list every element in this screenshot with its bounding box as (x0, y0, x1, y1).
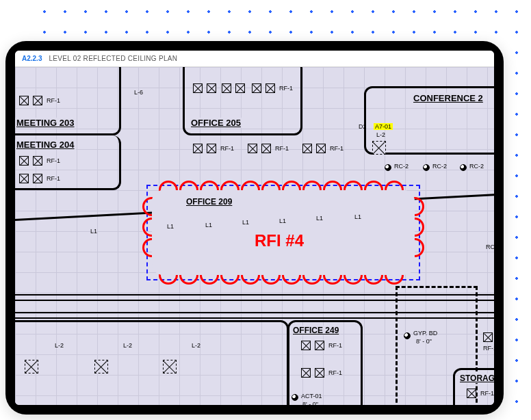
label-l1: L1 (90, 228, 97, 235)
label-l2: L-2 (192, 342, 200, 349)
fixture-box (19, 156, 29, 166)
label-l1: L1 (279, 218, 286, 224)
label-l1: L1 (205, 222, 212, 228)
rfi-label[interactable]: RFI #4 (255, 231, 304, 250)
room-label-storage: STORAG (458, 373, 494, 383)
light (292, 394, 298, 401)
label-l1: L1 (242, 219, 249, 226)
fixture-box (207, 144, 216, 153)
fixture-box (261, 144, 271, 153)
tablet-screen: A2.2.3 LEVEL 02 REFLECTED CEILING PLAN M… (15, 51, 494, 405)
callout-a7-01: A7-01 (374, 123, 393, 130)
fixture-box (302, 144, 312, 153)
label-rf1: RF-1 (480, 390, 494, 397)
fixture-box (252, 83, 261, 93)
fixture-box (193, 144, 203, 153)
fixture-box (33, 156, 42, 166)
label-rf1: RF-1 (483, 345, 494, 352)
fixture-box (316, 144, 326, 153)
fixture-box-dashed (94, 360, 108, 373)
room-label-conference: CONFERENCE 2 (412, 93, 484, 103)
fixture-box (193, 83, 203, 93)
label-rc2: RC-2 (394, 163, 409, 170)
label-rf1: RF-1 (47, 97, 60, 104)
fixture-box-dashed (25, 360, 38, 373)
label-rf1: RF-1 (220, 145, 234, 152)
callout-d2: D2 (359, 123, 367, 130)
room-label-meeting-203: MEETING 203 (15, 118, 76, 128)
label-rf1: RF-1 (279, 85, 293, 92)
label-rf1: RF-1 (275, 145, 289, 152)
label-rc: RC (486, 244, 494, 250)
fixture-box (207, 83, 216, 93)
label-gyp-dim: 8' - 0" (416, 338, 432, 345)
fixture-box (467, 389, 476, 398)
label-l1: L1 (316, 215, 323, 222)
label-l6: L-6 (134, 89, 143, 96)
fixture-box (19, 96, 29, 105)
fixture-box (301, 368, 311, 378)
room-label-office-209: OFFICE 209 (185, 197, 233, 207)
light-gyp (404, 332, 411, 339)
label-l1: L1 (354, 213, 361, 220)
room-label-office-205: OFFICE 205 (190, 118, 242, 128)
fixture-box-dashed (163, 360, 177, 373)
fixture-box (266, 83, 275, 93)
fixture-box (19, 174, 29, 183)
fixture-box (483, 332, 493, 342)
sheet-title: LEVEL 02 REFLECTED CEILING PLAN (49, 55, 177, 62)
label-l2: L-2 (123, 342, 132, 349)
fixture-box (315, 368, 324, 378)
label-rc2: RC-2 (469, 163, 484, 170)
fixture-box (33, 96, 42, 105)
fixture-box (301, 341, 311, 350)
room-lower-left (15, 320, 289, 405)
fixture-box (248, 144, 257, 153)
label-rf1: RF-1 (47, 157, 60, 164)
room-label-meeting-204: MEETING 204 (15, 140, 76, 150)
label-rf1: RF-1 (328, 342, 342, 349)
sheet-header: A2.2.3 LEVEL 02 REFLECTED CEILING PLAN (15, 51, 494, 67)
light-rc2 (385, 164, 391, 171)
light-rc2 (423, 164, 430, 171)
label-act-dim: 8' - 0" (302, 401, 318, 405)
label-rc2: RC-2 (432, 163, 447, 170)
room-label-office-249: OFFICE 249 (292, 326, 340, 335)
tablet-device-frame: A2.2.3 LEVEL 02 REFLECTED CEILING PLAN M… (5, 41, 504, 415)
label-l2: L-2 (55, 342, 64, 349)
sheet-id[interactable]: A2.2.3 (22, 55, 42, 62)
light-rc2 (460, 164, 467, 171)
label-act01: ACT-01 (301, 393, 322, 399)
drawing-canvas[interactable]: MEETING 203 RF-1 MEETING 204 RF-1 RF-1 L… (15, 67, 494, 405)
label-gyp-bd: GYP. BD (413, 330, 437, 337)
label-l1: L1 (167, 223, 174, 230)
fixture-box (33, 174, 42, 183)
label-rf1: RF-1 (47, 175, 60, 182)
label-rf1: RF-1 (328, 369, 342, 376)
callout-l2: L-2 (376, 131, 385, 138)
fixture-box (315, 341, 324, 350)
fixture-box (235, 83, 245, 93)
fixture-box (222, 83, 231, 93)
label-rf1: RF-1 (330, 145, 344, 152)
fixture-box-dashed (372, 141, 386, 155)
